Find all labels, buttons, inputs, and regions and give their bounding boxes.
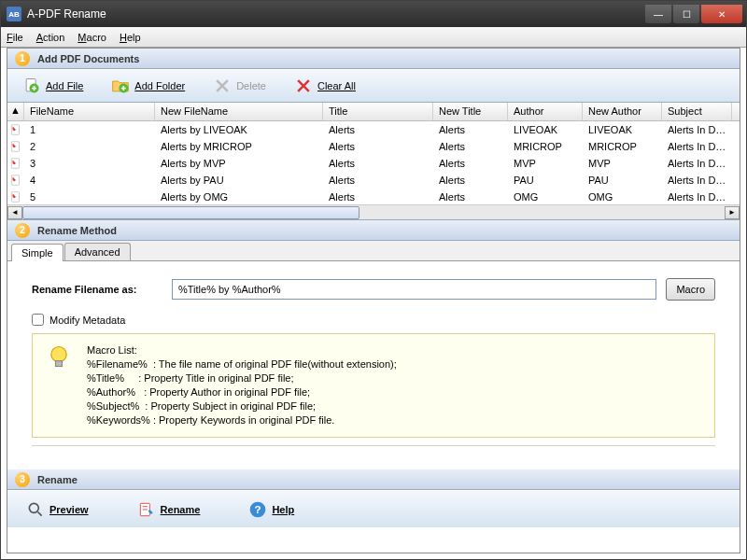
cell-new-title: Alerts bbox=[433, 158, 508, 169]
table-row[interactable]: 3Alerts by MVPAlertsAlertsMVPMVPAlerts I… bbox=[7, 155, 740, 172]
table-row[interactable]: 4Alerts by PAUAlertsAlertsPAUPAUAlerts I… bbox=[7, 172, 740, 189]
section-method-title: Rename Method bbox=[37, 225, 117, 236]
cell-subject: Alerts In Da... bbox=[662, 124, 732, 135]
col-author[interactable]: Author bbox=[508, 103, 583, 120]
col-filename[interactable]: FileName bbox=[24, 103, 155, 120]
add-file-icon bbox=[22, 77, 41, 95]
titlebar[interactable]: AB A-PDF Rename — ☐ ✕ bbox=[1, 1, 746, 27]
svg-point-10 bbox=[29, 503, 38, 512]
cell-title: Alerts bbox=[323, 175, 433, 186]
section-num-2: 2 bbox=[15, 223, 30, 238]
col-new-author[interactable]: New Author bbox=[583, 103, 662, 120]
cell-new-filename: Alerts by LIVEOAK bbox=[155, 124, 323, 135]
close-button[interactable]: ✕ bbox=[701, 5, 742, 23]
section-rename-title: Rename bbox=[37, 474, 78, 485]
lightbulb-icon bbox=[46, 343, 72, 370]
file-grid: ▲ FileName New FileName Title New Title … bbox=[7, 103, 740, 220]
menu-action[interactable]: Action bbox=[36, 32, 65, 43]
cell-title: Alerts bbox=[323, 191, 433, 203]
grid-header-row: ▲ FileName New FileName Title New Title … bbox=[7, 103, 740, 121]
cell-author: MRICROP bbox=[508, 141, 583, 152]
cell-new-filename: Alerts by MRICROP bbox=[155, 141, 323, 152]
grid-body[interactable]: 1Alerts by LIVEOAKAlertsAlertsLIVEOAKLIV… bbox=[7, 121, 740, 204]
preview-button[interactable]: Preview bbox=[21, 497, 94, 522]
rename-icon bbox=[137, 500, 156, 519]
table-row[interactable]: 5Alerts by OMGAlertsAlertsOMGOMGAlerts I… bbox=[7, 189, 740, 204]
minimize-button[interactable]: — bbox=[645, 5, 671, 23]
section-rename-header: 3 Rename bbox=[7, 469, 740, 490]
add-toolbar: Add File Add Folder Delete Clear All bbox=[7, 69, 740, 103]
scroll-thumb[interactable] bbox=[22, 206, 359, 219]
table-row[interactable]: 2Alerts by MRICROPAlertsAlertsMRICROPMRI… bbox=[7, 138, 740, 155]
scroll-left[interactable]: ◄ bbox=[7, 206, 22, 219]
tab-advanced[interactable]: Advanced bbox=[64, 243, 131, 260]
modify-metadata-label: Modify Metadata bbox=[49, 315, 125, 326]
rename-pattern-input[interactable] bbox=[172, 279, 656, 300]
rename-label: Rename Filename as: bbox=[32, 284, 162, 295]
col-new-title[interactable]: New Title bbox=[433, 103, 508, 120]
app-window: AB A-PDF Rename — ☐ ✕ File Action Macro … bbox=[0, 0, 747, 560]
modify-metadata-checkbox[interactable] bbox=[32, 314, 44, 326]
preview-label: Preview bbox=[49, 504, 89, 515]
add-folder-button[interactable]: Add Folder bbox=[106, 74, 190, 98]
cell-title: Alerts bbox=[323, 158, 433, 169]
cell-subject: Alerts In Da... bbox=[662, 158, 732, 169]
section-add-header: 1 Add PDF Documents bbox=[7, 49, 740, 69]
cell-author: MVP bbox=[508, 158, 583, 169]
cell-new-author: OMG bbox=[583, 191, 662, 203]
window-title: A-PDF Rename bbox=[27, 7, 643, 21]
help-button[interactable]: ? Help bbox=[243, 497, 300, 522]
section-add-title: Add PDF Documents bbox=[37, 53, 139, 64]
menu-macro[interactable]: Macro bbox=[78, 32, 106, 43]
delete-icon bbox=[213, 77, 232, 95]
maximize-button[interactable]: ☐ bbox=[673, 5, 699, 23]
cell-filename: 5 bbox=[24, 191, 155, 203]
clear-icon bbox=[294, 77, 313, 95]
col-sort[interactable]: ▲ bbox=[7, 103, 24, 120]
cell-new-author: MVP bbox=[583, 158, 662, 169]
col-new-filename[interactable]: New FileName bbox=[155, 103, 323, 120]
cell-subject: Alerts In Da... bbox=[662, 175, 732, 186]
rename-button[interactable]: Rename bbox=[132, 497, 206, 522]
rename-label: Rename bbox=[161, 504, 201, 515]
cell-title: Alerts bbox=[323, 141, 433, 152]
help-label: Help bbox=[272, 504, 294, 515]
grid-hscroll[interactable]: ◄ ► bbox=[7, 204, 740, 219]
method-tabs: Simple Advanced bbox=[7, 241, 740, 261]
app-icon: AB bbox=[7, 7, 21, 21]
cell-new-title: Alerts bbox=[433, 141, 508, 152]
pdf-icon bbox=[7, 157, 24, 170]
macro-help-box: Macro List: %Filename% : The file name o… bbox=[32, 333, 715, 438]
cell-author: LIVEOAK bbox=[508, 124, 583, 135]
cell-subject: Alerts In Da... bbox=[662, 191, 732, 203]
add-file-button[interactable]: Add File bbox=[17, 74, 89, 98]
cell-new-title: Alerts bbox=[433, 124, 508, 135]
menu-file[interactable]: File bbox=[7, 32, 23, 43]
cell-new-filename: Alerts by MVP bbox=[155, 158, 323, 169]
scroll-right[interactable]: ► bbox=[725, 206, 740, 219]
cell-new-title: Alerts bbox=[433, 175, 508, 186]
menu-help[interactable]: Help bbox=[120, 32, 141, 43]
cell-filename: 1 bbox=[24, 124, 155, 135]
col-subject[interactable]: Subject bbox=[662, 103, 732, 120]
col-title[interactable]: Title bbox=[323, 103, 433, 120]
cell-filename: 4 bbox=[24, 175, 155, 186]
clear-all-label: Clear All bbox=[317, 80, 356, 91]
macro-button[interactable]: Macro bbox=[666, 278, 715, 301]
svg-text:?: ? bbox=[255, 503, 261, 515]
tab-simple[interactable]: Simple bbox=[11, 244, 63, 261]
delete-button[interactable]: Delete bbox=[207, 74, 272, 98]
cell-filename: 3 bbox=[24, 158, 155, 169]
client-area: 1 Add PDF Documents Add File Add Folder … bbox=[7, 48, 740, 553]
cell-title: Alerts bbox=[323, 124, 433, 135]
clear-all-button[interactable]: Clear All bbox=[289, 74, 361, 98]
scroll-track[interactable] bbox=[22, 206, 725, 219]
table-row[interactable]: 1Alerts by LIVEOAKAlertsAlertsLIVEOAKLIV… bbox=[7, 121, 740, 138]
pdf-icon bbox=[7, 140, 24, 153]
macro-help-text: Macro List: %Filename% : The file name o… bbox=[87, 343, 397, 427]
pdf-icon bbox=[7, 190, 24, 203]
menubar: File Action Macro Help bbox=[1, 27, 746, 48]
section-num-1: 1 bbox=[15, 51, 30, 66]
cell-new-filename: Alerts by PAU bbox=[155, 175, 323, 186]
add-file-label: Add File bbox=[46, 80, 83, 91]
